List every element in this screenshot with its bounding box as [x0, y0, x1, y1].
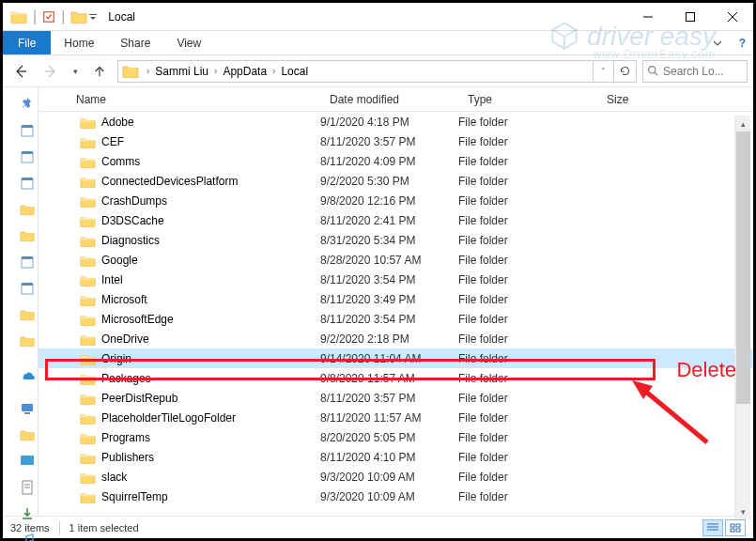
svg-point-9: [649, 67, 656, 73]
column-size[interactable]: Size: [597, 87, 672, 111]
history-dropdown[interactable]: ▾: [69, 67, 82, 76]
file-name: Diagnostics: [101, 234, 160, 247]
file-type: File folder: [458, 411, 597, 425]
folder-icon: [20, 200, 35, 219]
scroll-up-button[interactable]: ▴: [735, 116, 750, 131]
properties-icon[interactable]: [42, 10, 55, 23]
file-type: File folder: [458, 175, 597, 188]
address-dropdown[interactable]: ˅: [593, 61, 613, 82]
file-date: 8/11/2020 3:49 PM: [320, 293, 458, 306]
open-folder-icon[interactable]: [70, 9, 87, 23]
table-row[interactable]: D3DSCache8/11/2020 2:41 PMFile folder: [39, 210, 753, 230]
file-date: 8/11/2020 11:57 AM: [320, 411, 458, 425]
table-row[interactable]: Origin9/14/2020 11:04 AMFile folder: [39, 348, 753, 368]
help-button[interactable]: ?: [732, 31, 753, 54]
file-type: File folder: [458, 254, 597, 267]
up-button[interactable]: [87, 59, 112, 84]
table-row[interactable]: CrashDumps9/8/2020 12:16 PMFile folder: [39, 191, 753, 210]
recent-icon: [20, 121, 35, 140]
file-name: Microsoft: [101, 293, 147, 306]
svg-rect-16: [22, 178, 33, 180]
svg-rect-17: [22, 258, 33, 268]
table-row[interactable]: Microsoft8/11/2020 3:49 PMFile folder: [39, 289, 753, 309]
music-icon: [20, 531, 35, 541]
file-name: OneDrive: [101, 332, 149, 346]
svg-rect-12: [22, 125, 33, 128]
table-row[interactable]: PeerDistRepub8/11/2020 3:57 PMFile folde…: [39, 388, 753, 408]
column-date[interactable]: Date modified: [320, 87, 458, 111]
table-row[interactable]: Packages9/8/2020 11:57 AMFile folder: [39, 368, 753, 388]
refresh-button[interactable]: [613, 61, 636, 82]
chevron-right-icon[interactable]: ›: [143, 66, 153, 76]
file-date: 9/2/2020 2:18 PM: [320, 332, 458, 346]
table-row[interactable]: CEF8/11/2020 3:57 PMFile folder: [39, 131, 753, 151]
vertical-scrollbar[interactable]: ▴ ▾: [734, 116, 750, 519]
table-row[interactable]: Adobe9/1/2020 4:18 PMFile folder: [39, 112, 753, 131]
close-button[interactable]: [711, 4, 753, 30]
file-type: File folder: [458, 332, 597, 346]
table-row[interactable]: SquirrelTemp9/3/2020 10:09 AMFile folder: [39, 487, 753, 506]
file-name: CEF: [101, 135, 124, 148]
address-bar[interactable]: › Sammi Liu › AppData › Local ˅: [117, 60, 637, 83]
table-row[interactable]: ConnectedDevicesPlatform9/2/2020 5:30 PM…: [39, 171, 753, 191]
navigation-pane[interactable]: [3, 87, 39, 516]
breadcrumb[interactable]: Sammi Liu: [153, 65, 210, 78]
file-name: Publishers: [101, 451, 154, 464]
pin-icon: [20, 95, 35, 114]
file-type: File folder: [458, 234, 597, 247]
tab-home[interactable]: Home: [51, 31, 107, 54]
file-date: 9/1/2020 4:18 PM: [320, 116, 458, 129]
recent-icon: [20, 147, 35, 166]
minimize-button[interactable]: [626, 4, 669, 30]
file-name: Google: [101, 254, 138, 267]
table-row[interactable]: slack9/3/2020 10:09 AMFile folder: [39, 467, 753, 487]
column-type[interactable]: Type: [458, 87, 597, 111]
svg-rect-36: [731, 524, 734, 527]
back-button[interactable]: [8, 59, 33, 84]
downloads-icon: [20, 504, 35, 523]
file-type: File folder: [458, 194, 597, 208]
window-title: Local: [108, 10, 135, 23]
forward-button[interactable]: [39, 59, 63, 84]
details-view-button[interactable]: [702, 519, 723, 536]
file-date: 8/28/2020 10:57 AM: [320, 254, 458, 267]
breadcrumb[interactable]: AppData: [221, 65, 269, 78]
scroll-down-button[interactable]: ▾: [735, 503, 750, 519]
tab-file[interactable]: File: [3, 31, 51, 54]
table-row[interactable]: Publishers8/11/2020 4:10 PMFile folder: [39, 447, 753, 467]
table-row[interactable]: MicrosoftEdge8/11/2020 3:54 PMFile folde…: [39, 309, 753, 329]
file-name: Programs: [101, 431, 150, 444]
recent-icon: [20, 253, 35, 271]
maximize-button[interactable]: [669, 4, 711, 30]
table-row[interactable]: Google8/28/2020 10:57 AMFile folder: [39, 250, 753, 270]
table-row[interactable]: Programs8/20/2020 5:05 PMFile folder: [39, 427, 753, 447]
table-row[interactable]: OneDrive9/2/2020 2:18 PMFile folder: [39, 329, 753, 348]
table-row[interactable]: Comms8/11/2020 4:09 PMFile folder: [39, 151, 753, 171]
large-icons-view-button[interactable]: [725, 519, 746, 536]
search-input[interactable]: Search Lo...: [642, 60, 748, 83]
file-name: MicrosoftEdge: [101, 313, 174, 326]
qat-dropdown-icon[interactable]: [89, 13, 97, 21]
ribbon-expand-button[interactable]: [703, 31, 732, 54]
chevron-right-icon[interactable]: ›: [269, 66, 279, 76]
tab-share[interactable]: Share: [107, 31, 163, 54]
file-name: Comms: [101, 155, 140, 168]
file-name: CrashDumps: [101, 194, 167, 208]
table-row[interactable]: PlaceholderTileLogoFolder8/11/2020 11:57…: [39, 408, 753, 427]
table-row[interactable]: Intel8/11/2020 3:54 PMFile folder: [39, 270, 753, 289]
file-type: File folder: [458, 431, 597, 444]
file-type: File folder: [458, 451, 597, 464]
svg-rect-39: [736, 529, 740, 532]
file-list[interactable]: Adobe9/1/2020 4:18 PMFile folderCEF8/11/…: [39, 112, 753, 516]
breadcrumb[interactable]: Local: [279, 65, 310, 78]
tab-view[interactable]: View: [163, 31, 214, 54]
file-date: 8/11/2020 3:54 PM: [320, 273, 458, 286]
file-name: PlaceholderTileLogoFolder: [101, 411, 236, 425]
file-type: File folder: [458, 490, 597, 503]
chevron-right-icon[interactable]: ›: [210, 66, 221, 76]
column-name[interactable]: Name: [39, 87, 320, 111]
file-date: 9/3/2020 10:09 AM: [320, 471, 458, 484]
file-date: 9/2/2020 5:30 PM: [320, 175, 458, 188]
table-row[interactable]: Diagnostics8/31/2020 5:34 PMFile folder: [39, 230, 753, 250]
scroll-thumb[interactable]: [736, 131, 750, 404]
